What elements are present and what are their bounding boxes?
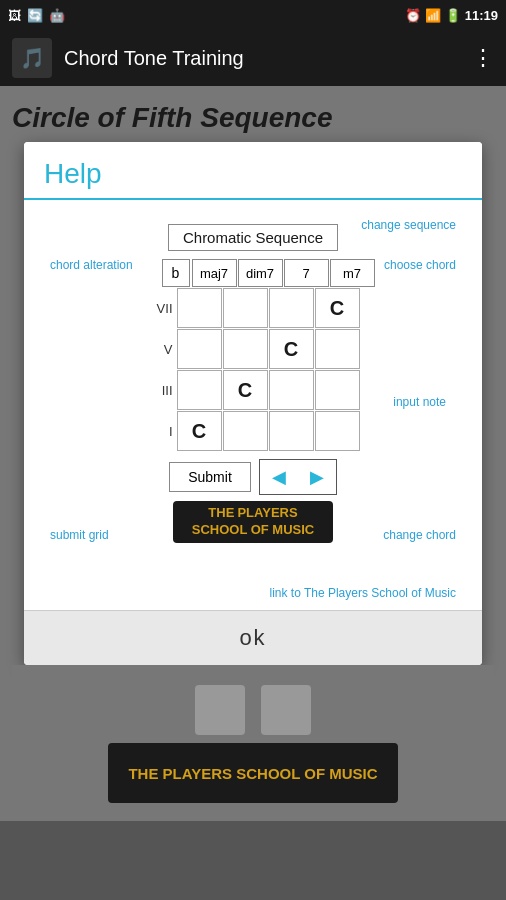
cell-vii-1[interactable]: [177, 288, 222, 328]
bottom-area: THE PLAYERS SCHOOL OF MUSIC: [12, 675, 494, 813]
cell-v-1[interactable]: [177, 329, 222, 369]
label-players-link: link to The Players School of Music: [269, 586, 456, 600]
status-bar: 🖼 🔄 🤖 ⏰ 📶 🔋 11:19: [0, 0, 506, 30]
cell-vii-4[interactable]: C: [315, 288, 360, 328]
players-logo-button[interactable]: THE PLAYERS SCHOOL OF MUSIC: [173, 501, 333, 543]
alarm-icon: ⏰: [405, 8, 421, 23]
chord-type-m7[interactable]: m7: [330, 259, 375, 287]
bottom-btn-2[interactable]: [261, 685, 311, 735]
cell-iii-3[interactable]: [269, 370, 314, 410]
cell-i-1[interactable]: C: [177, 411, 222, 451]
submit-nav-row: Submit ◀ ▶: [40, 459, 466, 495]
cell-iii-2[interactable]: C: [223, 370, 268, 410]
cell-v-3[interactable]: C: [269, 329, 314, 369]
page-background: Circle of Fifth Sequence Help change seq…: [0, 86, 506, 821]
dialog-title: Help: [44, 158, 102, 189]
bottom-players-text: THE PLAYERS SCHOOL OF MUSIC: [128, 765, 377, 782]
status-icons-left: 🖼 🔄 🤖: [8, 8, 65, 23]
players-text-line1: THE: [208, 505, 234, 520]
page-heading: Circle of Fifth Sequence: [12, 102, 494, 134]
row-label-v: V: [147, 342, 177, 357]
help-dialog: Help change sequence chord alteration ch…: [24, 142, 482, 665]
chord-row-iii: III C: [147, 370, 360, 410]
app-title: Chord Tone Training: [64, 47, 460, 70]
cell-vii-3[interactable]: [269, 288, 314, 328]
cell-v-2[interactable]: [223, 329, 268, 369]
android-icon: 🤖: [49, 8, 65, 23]
dialog-footer: ok: [24, 610, 482, 665]
dialog-header: Help: [24, 142, 482, 200]
chord-header-row: b maj7 dim7 7 m7: [132, 259, 375, 287]
cell-iii-4[interactable]: [315, 370, 360, 410]
label-change-chord: change chord: [383, 528, 456, 542]
ok-button[interactable]: ok: [239, 625, 266, 651]
app-bar: 🎵 Chord Tone Training ⋮: [0, 30, 506, 86]
submit-button[interactable]: Submit: [169, 462, 251, 492]
players-text-line2: SCHOOL OF MUSIC: [192, 522, 315, 537]
label-change-sequence: change sequence: [361, 218, 456, 232]
chord-row-vii: VII C: [147, 288, 360, 328]
wifi-icon: 📶: [425, 8, 441, 23]
chord-row-i: I C: [147, 411, 360, 451]
chord-grid-wrapper: b maj7 dim7 7 m7 VII C: [40, 259, 466, 451]
cell-i-3[interactable]: [269, 411, 314, 451]
cell-i-2[interactable]: [223, 411, 268, 451]
cell-i-4[interactable]: [315, 411, 360, 451]
label-input-note: input note: [393, 395, 446, 409]
players-logo-text: THE PLAYERS SCHOOL OF MUSIC: [192, 505, 315, 539]
nav-next-button[interactable]: ▶: [298, 460, 336, 494]
help-diagram: change sequence chord alteration choose …: [40, 210, 466, 610]
chord-row-v: V C: [147, 329, 360, 369]
photo-icon: 🖼: [8, 8, 21, 23]
players-text-highlight: PLAYERS: [237, 505, 297, 520]
flat-button[interactable]: b: [162, 259, 190, 287]
app-icon: 🎵: [12, 38, 52, 78]
label-chord-alteration: chord alteration: [50, 258, 133, 272]
chord-type-maj7[interactable]: maj7: [192, 259, 237, 287]
sequence-select-button[interactable]: Chromatic Sequence: [168, 224, 338, 251]
bottom-players-logo[interactable]: THE PLAYERS SCHOOL OF MUSIC: [108, 743, 398, 803]
row-label-i: I: [147, 424, 177, 439]
cell-vii-2[interactable]: [223, 288, 268, 328]
label-submit-grid: submit grid: [50, 528, 109, 542]
bottom-btn-1[interactable]: [195, 685, 245, 735]
nav-group: ◀ ▶: [259, 459, 337, 495]
nav-prev-button[interactable]: ◀: [260, 460, 298, 494]
row-label-iii: III: [147, 383, 177, 398]
row-label-vii: VII: [147, 301, 177, 316]
cell-iii-1[interactable]: [177, 370, 222, 410]
cell-v-4[interactable]: [315, 329, 360, 369]
sync-icon: 🔄: [27, 8, 43, 23]
bottom-nav-buttons: [195, 685, 311, 735]
battery-icon: 🔋: [445, 8, 461, 23]
chord-area: b maj7 dim7 7 m7 VII C: [132, 259, 375, 451]
overflow-menu-button[interactable]: ⋮: [472, 45, 494, 71]
dialog-body: change sequence chord alteration choose …: [24, 200, 482, 610]
time-display: 11:19: [465, 8, 498, 23]
status-icons-right: ⏰ 📶 🔋 11:19: [405, 8, 498, 23]
label-choose-chord: choose chord: [384, 258, 456, 272]
chord-type-7[interactable]: 7: [284, 259, 329, 287]
chord-type-dim7[interactable]: dim7: [238, 259, 283, 287]
